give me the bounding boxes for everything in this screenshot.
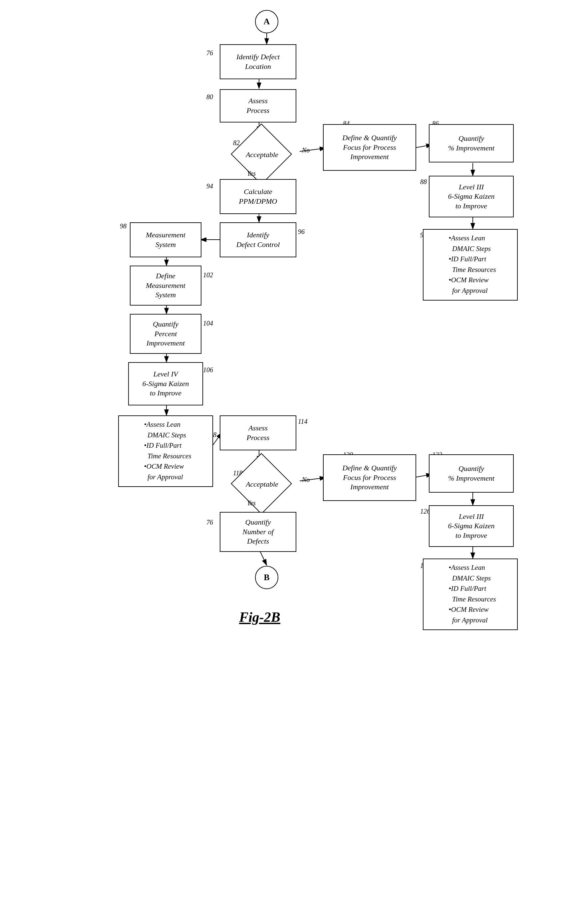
ref-104: 104 bbox=[203, 320, 213, 327]
yes-label-1: Yes bbox=[247, 170, 256, 177]
node-quantify-number-defects: QuantifyNumber ofDefects bbox=[220, 512, 297, 552]
node-B-label: B bbox=[264, 572, 269, 583]
node-assess-process-80: AssessProcess bbox=[220, 89, 297, 122]
ref-76b: 76 bbox=[206, 518, 213, 526]
node-define-measurement-102-label: DefineMeasurementSystem bbox=[146, 271, 185, 300]
yes-label-2: Yes bbox=[247, 499, 256, 507]
node-assess-lean-108: •Assess Lean DMAIC Steps •ID Full/Part T… bbox=[118, 415, 213, 487]
node-quantify-86-label: Quantify% Improvement bbox=[448, 134, 495, 153]
ref-80: 80 bbox=[206, 93, 213, 101]
ref-94: 94 bbox=[206, 182, 213, 190]
node-acceptable-82-label-container: Acceptable bbox=[232, 133, 292, 176]
node-quantify-122-label: Quantify% Improvement bbox=[448, 464, 495, 483]
node-define-quantify-84-label: Define & QuantifyFocus for ProcessImprov… bbox=[342, 133, 397, 162]
ref-76-identify: 76 bbox=[206, 49, 213, 57]
node-define-quantify-84: Define & QuantifyFocus for ProcessImprov… bbox=[323, 124, 416, 171]
node-quantify-86: Quantify% Improvement bbox=[429, 124, 514, 163]
node-quantify-percent-104-label: QuantifyPercentImprovement bbox=[147, 320, 185, 348]
node-assess-lean-90: •Assess Lean DMAIC Steps •ID Full/Part T… bbox=[423, 229, 518, 301]
ref-102: 102 bbox=[203, 271, 213, 279]
node-acceptable-118-label: Acceptable bbox=[246, 480, 278, 489]
node-calculate-ppm-94-label: CalculatePPM/DPMO bbox=[239, 187, 277, 206]
node-A-label: A bbox=[264, 16, 270, 27]
node-assess-lean-128: •Assess Lean DMAIC Steps •ID Full/Part T… bbox=[423, 559, 518, 630]
node-level-iv-106-label: Level IV6-Sigma Kaizento Improve bbox=[142, 369, 189, 398]
node-identify-defect-location: Identify DefectLocation bbox=[220, 44, 297, 79]
no-label-2: No bbox=[302, 476, 309, 484]
node-level-iii-126: Level III6-Sigma Kaizento Improve bbox=[429, 505, 514, 547]
node-assess-lean-108-label: •Assess Lean DMAIC Steps •ID Full/Part T… bbox=[144, 419, 191, 482]
ref-98: 98 bbox=[120, 222, 127, 230]
node-quantify-percent-104: QuantifyPercentImprovement bbox=[130, 314, 201, 354]
node-identify-defect-control-96-label: IdentifyDefect Control bbox=[236, 230, 280, 249]
node-A-circle: A bbox=[255, 10, 278, 33]
node-assess-lean-128-label: •Assess Lean DMAIC Steps •ID Full/Part T… bbox=[448, 562, 496, 625]
node-assess-process-114: AssessProcess bbox=[220, 415, 297, 450]
figure-label: Fig-2B bbox=[193, 609, 326, 625]
node-acceptable-82-label: Acceptable bbox=[246, 150, 278, 159]
ref-114: 114 bbox=[298, 418, 308, 425]
node-identify-defect-control-96: IdentifyDefect Control bbox=[220, 222, 297, 257]
no-label-1: No bbox=[302, 146, 309, 154]
node-level-iv-106: Level IV6-Sigma Kaizento Improve bbox=[128, 362, 203, 406]
node-B-circle: B bbox=[255, 566, 278, 589]
node-level-iii-88: Level III6-Sigma Kaizento Improve bbox=[429, 176, 514, 217]
node-quantify-122: Quantify% Improvement bbox=[429, 454, 514, 493]
node-assess-process-114-label: AssessProcess bbox=[247, 423, 270, 443]
node-level-iii-88-label: Level III6-Sigma Kaizento Improve bbox=[448, 182, 495, 211]
node-assess-process-80-label: AssessProcess bbox=[247, 96, 270, 115]
node-measurement-system-98-label: MeasurementSystem bbox=[146, 230, 185, 249]
ref-96: 96 bbox=[298, 228, 305, 236]
ref-106: 106 bbox=[203, 366, 213, 374]
node-define-measurement-102: DefineMeasurementSystem bbox=[130, 266, 201, 306]
node-calculate-ppm-94: CalculatePPM/DPMO bbox=[220, 179, 297, 214]
node-level-iii-126-label: Level III6-Sigma Kaizento Improve bbox=[448, 512, 495, 541]
node-define-quantify-120: Define & QuantifyFocus for ProcessImprov… bbox=[323, 454, 416, 501]
node-identify-defect-label: Identify DefectLocation bbox=[236, 52, 280, 71]
diagram-container: A 76 Identify DefectLocation 80 AssessPr… bbox=[0, 0, 577, 924]
ref-88: 88 bbox=[420, 178, 427, 186]
node-quantify-number-defects-label: QuantifyNumber ofDefects bbox=[242, 518, 274, 546]
node-define-quantify-120-label: Define & QuantifyFocus for ProcessImprov… bbox=[342, 463, 397, 492]
node-assess-lean-90-label: •Assess Lean DMAIC Steps •ID Full/Part T… bbox=[448, 233, 496, 296]
node-acceptable-118-label-container: Acceptable bbox=[232, 463, 292, 506]
node-measurement-system-98: MeasurementSystem bbox=[130, 222, 201, 257]
